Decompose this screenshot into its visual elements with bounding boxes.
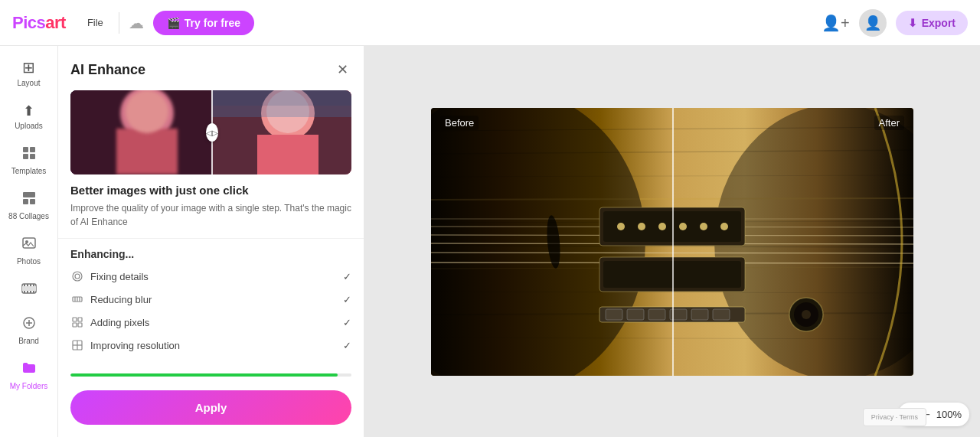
preview-before xyxy=(70,90,211,174)
file-menu[interactable]: File xyxy=(81,14,109,31)
svg-point-8 xyxy=(25,240,28,243)
filmstrip-icon xyxy=(21,281,37,300)
uploads-icon: ⬆ xyxy=(23,103,34,119)
canvas-area[interactable]: Before After 🔍− 100% Privacy · Terms xyxy=(364,46,980,437)
svg-point-68 xyxy=(700,223,707,230)
svg-point-65 xyxy=(638,223,645,230)
reducing-blur-label: Reducing blur xyxy=(90,294,152,305)
svg-rect-14 xyxy=(33,284,34,286)
svg-rect-13 xyxy=(30,284,31,286)
panel-description: Better images with just one click Improv… xyxy=(58,184,364,238)
export-label: Export xyxy=(922,17,956,29)
enhance-item-left-blur: Reducing blur xyxy=(70,292,152,306)
panel-preview: ◁▷ xyxy=(70,90,351,174)
fixing-details-check: ✓ xyxy=(343,271,351,282)
recaptcha-text: Privacy · Terms xyxy=(871,413,918,421)
svg-rect-0 xyxy=(23,147,28,152)
reducing-blur-check: ✓ xyxy=(343,294,351,305)
progress-fill xyxy=(70,373,338,377)
sidebar-label-myfolders: My Folders xyxy=(10,382,47,390)
svg-rect-78 xyxy=(648,309,665,320)
adding-pixels-label: Adding pixels xyxy=(90,317,149,328)
enhance-item-blur: Reducing blur ✓ xyxy=(70,292,351,306)
improving-resolution-label: Improving resolution xyxy=(90,340,180,351)
enhance-item-left-resolution: Improving resolution xyxy=(70,338,180,352)
add-user-button[interactable]: 👤+ xyxy=(822,14,850,32)
topbar-divider xyxy=(119,12,119,34)
enhance-item-pixels: Adding pixels ✓ xyxy=(70,315,351,329)
sidebar-item-layout[interactable]: ⊞ Layout xyxy=(4,52,54,93)
avatar-icon: 👤 xyxy=(864,15,881,31)
sidebar-label-layout: Layout xyxy=(17,79,40,87)
sidebar-item-collages[interactable]: 88 Collages xyxy=(4,184,54,227)
enhancing-title: Enhancing... xyxy=(70,248,351,260)
description-heading: Better images with just one click xyxy=(70,184,351,197)
after-label: After xyxy=(874,116,904,130)
svg-rect-6 xyxy=(30,199,35,204)
svg-rect-4 xyxy=(23,192,35,197)
sidebar-item-photos[interactable]: Photos xyxy=(4,230,54,272)
preview-divider: ◁▷ xyxy=(211,90,213,174)
sidebar-item-templates[interactable]: Templates xyxy=(4,139,54,181)
recaptcha: Privacy · Terms xyxy=(863,408,926,426)
sidebar-label-templates: Templates xyxy=(11,167,47,175)
improving-resolution-check: ✓ xyxy=(343,340,351,351)
panel-title: AI Enhance xyxy=(70,62,145,78)
panel-header: AI Enhance ✕ xyxy=(58,46,364,90)
adding-pixels-icon xyxy=(70,315,84,329)
enhance-item-resolution: Improving resolution ✓ xyxy=(70,338,351,352)
svg-rect-29 xyxy=(211,106,352,117)
svg-point-66 xyxy=(658,223,666,230)
svg-rect-2 xyxy=(23,154,28,159)
avatar[interactable]: 👤 xyxy=(859,9,887,37)
svg-point-31 xyxy=(75,274,80,279)
svg-rect-39 xyxy=(78,323,82,327)
topbar: Picsart File ☁ 🎬 Try for free 👤+ 👤 ⬇ Exp… xyxy=(0,0,980,46)
myfolders-icon xyxy=(21,360,37,380)
close-button[interactable]: ✕ xyxy=(334,58,351,81)
svg-rect-1 xyxy=(30,147,35,152)
svg-point-30 xyxy=(73,272,82,281)
try-free-button[interactable]: 🎬 Try for free xyxy=(153,11,254,35)
apply-button[interactable]: Apply xyxy=(70,390,351,425)
svg-rect-38 xyxy=(73,323,77,327)
svg-rect-15 xyxy=(24,291,25,293)
fixing-details-icon xyxy=(70,269,84,283)
sidebar-item-filmstrip[interactable] xyxy=(4,275,54,306)
enhance-item-fixing: Fixing details ✓ xyxy=(70,269,351,283)
description-body: Improve the quality of your image with a… xyxy=(70,201,351,229)
svg-rect-5 xyxy=(23,199,28,204)
sidebar-label-photos: Photos xyxy=(17,257,41,266)
photos-icon xyxy=(21,236,37,255)
svg-rect-26 xyxy=(257,135,318,174)
panel-divider xyxy=(58,238,364,239)
export-button[interactable]: ⬇ Export xyxy=(896,11,968,35)
sidebar-item-uploads[interactable]: ⬆ Uploads xyxy=(4,96,54,136)
split-line xyxy=(672,108,674,376)
cloud-icon[interactable]: ☁ xyxy=(129,14,144,32)
fixing-details-label: Fixing details xyxy=(90,271,149,282)
topbar-right: 👤+ 👤 ⬇ Export xyxy=(822,9,968,37)
svg-rect-37 xyxy=(78,318,82,321)
preview-after xyxy=(211,90,352,174)
sidebar-item-brand[interactable]: Brand xyxy=(4,309,54,351)
enhance-item-left-pixels: Adding pixels xyxy=(70,315,149,329)
svg-point-69 xyxy=(720,223,728,230)
svg-rect-12 xyxy=(27,284,28,286)
sidebar-label-uploads: Uploads xyxy=(15,122,43,130)
logo: Picsart xyxy=(12,13,66,33)
improving-resolution-icon xyxy=(70,338,84,352)
svg-rect-18 xyxy=(33,291,34,293)
enhance-item-left-fixing: Fixing details xyxy=(70,269,149,283)
export-icon: ⬇ xyxy=(908,17,917,29)
collages-icon xyxy=(21,191,37,210)
templates-icon xyxy=(21,145,37,165)
ai-enhance-panel: AI Enhance ✕ xyxy=(58,46,364,437)
progress-bar-container xyxy=(70,373,351,377)
sidebar-item-myfolders[interactable]: My Folders xyxy=(4,354,54,396)
try-free-label: Try for free xyxy=(185,17,240,29)
canvas-content: Before After xyxy=(431,108,913,376)
svg-rect-11 xyxy=(24,284,25,286)
try-free-icon: 🎬 xyxy=(167,17,180,29)
preview-handle[interactable]: ◁▷ xyxy=(206,123,218,142)
